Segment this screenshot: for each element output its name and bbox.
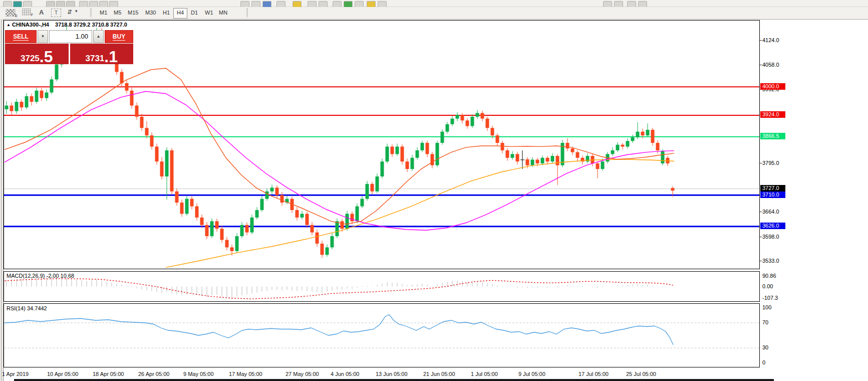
grid-tool-icon[interactable]: F [22, 9, 31, 18]
tab-timeframe-M1[interactable]: M1 [96, 8, 111, 18]
price-tick-mark [760, 40, 762, 41]
price-tick-label: 3795.0 [762, 160, 779, 166]
price-tick-mark [760, 212, 762, 212]
sell-price-panel[interactable]: 3725.5 [5, 44, 69, 64]
volume-increase-button[interactable]: ▲ [93, 30, 104, 43]
collapse-caret-icon[interactable]: ▲ [7, 23, 11, 27]
date-axis-label: 1 Jul 05:00 [471, 371, 498, 377]
date-axis-label: 4 Jun 05:00 [331, 371, 360, 377]
chart-title: ▲ CHINA300-,H4 3718.8 3729.2 3710.8 3727… [7, 22, 127, 28]
date-axis-label: 9 May 05:00 [183, 371, 214, 377]
tab-timeframe-M15[interactable]: M15 [124, 8, 142, 18]
macd-label: MACD(12,26,9) -2.00 10.68 [7, 273, 74, 279]
buy-price-panel[interactable]: 3731.1 [70, 44, 134, 64]
macd-chart [4, 272, 759, 301]
rsi-chart [4, 304, 759, 367]
price-tick-label: 4124.0 [762, 37, 779, 43]
macd-axis-label: 0.00 [762, 283, 773, 289]
price-level-badge: 4000.0 [760, 83, 785, 90]
macd-values: -2.00 10.68 [46, 273, 74, 279]
price-tick-mark [760, 65, 762, 65]
text-label-tool-icon[interactable]: A [39, 9, 44, 16]
window-left-border [0, 19, 4, 381]
price-level-badge: 3866.5 [760, 133, 785, 139]
sell-price-fraction: .5 [40, 51, 53, 63]
toolbar-separator [90, 9, 92, 17]
macd-axis-label: -107.3 [762, 295, 778, 301]
tab-timeframe-M30[interactable]: M30 [142, 8, 159, 18]
date-axis-label: 21 Jun 05:00 [423, 371, 455, 377]
top-toolbar [0, 0, 868, 7]
symbol-period-label: CHINA300-,H4 [12, 22, 49, 28]
rsi-axis-label: 70 [762, 319, 768, 325]
crosshair-tool-icon[interactable]: E [5, 9, 18, 18]
date-axis-label: 27 May 05:00 [285, 371, 319, 377]
text-box-tool-icon[interactable]: T [51, 9, 61, 17]
price-level-badge: 3727.0 [760, 185, 785, 192]
rsi-value: 34.7442 [27, 305, 47, 311]
tab-timeframe-H4[interactable]: H4 [173, 8, 187, 19]
rsi-label: RSI(14) 34.7442 [7, 305, 47, 311]
ohlc-quote: 3718.8 3729.2 3710.8 3727.0 [55, 22, 127, 28]
arrow-objects-tool-icon[interactable]: ⇵ [67, 9, 72, 16]
chart-toolbar: E F A T ⇵ ▾ M1M5M15M30H1H4D1W1MN [0, 7, 868, 20]
sell-price-main: 3725 [21, 54, 40, 63]
price-tick-mark [760, 163, 762, 163]
date-axis-label: 13 Jun 05:00 [376, 371, 408, 377]
price-level-badge: 3626.0 [760, 223, 785, 229]
macd-indicator-pane[interactable] [4, 271, 760, 302]
volume-decrease-button[interactable]: ▼ [38, 30, 48, 43]
tab-timeframe-D1[interactable]: D1 [187, 8, 201, 18]
price-level-badge: 3710.0 [760, 192, 785, 198]
tab-timeframe-M5[interactable]: M5 [110, 8, 125, 18]
rsi-axis-label: 30 [762, 344, 768, 350]
rsi-axis-label: 100 [762, 304, 771, 310]
price-tick-label: 3533.0 [762, 258, 779, 264]
date-axis-label: 1 Apr 2019 [2, 371, 29, 377]
price-tick-label: 3664.0 [762, 209, 779, 215]
price-tick-mark [760, 261, 762, 261]
tab-timeframe-H1[interactable]: H1 [159, 8, 173, 18]
tab-timeframe-W1[interactable]: W1 [201, 8, 217, 18]
price-level-badge: 3924.0 [760, 111, 785, 118]
volume-input[interactable]: 1.00 [49, 30, 92, 43]
date-axis-label: 10 Apr 05:00 [47, 371, 78, 377]
rsi-indicator-pane[interactable] [4, 303, 760, 367]
buy-button[interactable]: BUY [105, 30, 133, 43]
buy-price-fraction: .1 [104, 51, 118, 63]
tab-timeframe-MN[interactable]: MN [215, 8, 231, 18]
date-axis-label: 18 Apr 05:00 [93, 371, 124, 377]
dropdown-caret-icon[interactable]: ▾ [75, 9, 78, 14]
sell-button[interactable]: SELL [5, 30, 37, 43]
date-axis-label: 17 Jul 05:00 [578, 371, 609, 377]
date-axis-label: 25 Jul 05:00 [626, 371, 656, 377]
date-axis-label: 9 Jul 05:00 [518, 371, 545, 377]
macd-axis-label: 90.86 [762, 273, 776, 279]
bottom-window-edge [14, 379, 774, 381]
one-click-trading-widget: SELL ▼ 1.00 ▲ BUY 3725.5 3731.1 [5, 30, 133, 64]
rsi-axis-label: 0 [762, 359, 765, 365]
price-tick-mark [760, 237, 762, 237]
toolbar-separator [246, 9, 248, 17]
price-tick-label: 4058.0 [762, 62, 779, 68]
date-axis-label: 26 Apr 05:00 [138, 371, 169, 377]
date-axis-label: 17 May 05:00 [229, 371, 262, 377]
price-tick-label: 3598.0 [762, 234, 779, 240]
buy-price-main: 3731 [85, 54, 104, 63]
